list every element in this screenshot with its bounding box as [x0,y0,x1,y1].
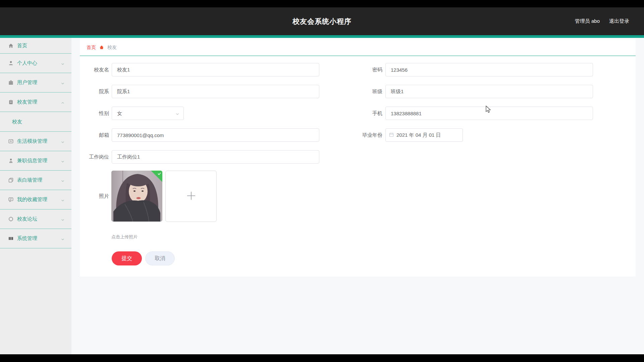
sidebar-item-alumni-management[interactable]: 校友管理 [0,93,71,112]
sidebar-item-alumni[interactable]: 校友 [0,112,71,132]
job-label: 工作岗位 [80,150,109,164]
graduation-date-picker[interactable]: 2021 年 04 月 01 日 [385,128,463,142]
department-input[interactable] [112,85,319,98]
submit-button[interactable]: 提交 [112,251,142,265]
sidebar-item-label: 生活模块管理 [17,138,47,144]
graduation-date-value: 2021 年 04 月 01 日 [396,132,441,138]
sidebar-item-home[interactable]: 首页 [0,38,71,54]
compass-icon [8,216,14,222]
breadcrumb-current: 校友 [107,45,117,51]
chat-icon [8,197,14,202]
password-input[interactable] [385,63,593,76]
select-arrow-icon [175,111,179,115]
gender-select-value: 女 [117,110,122,117]
chevron-down-icon [61,139,65,143]
bag-icon [99,45,104,50]
graduation-year-label: 毕业年份 [335,128,382,142]
mouse-cursor [486,106,493,114]
alumni-name-label: 校友名 [80,63,109,76]
phone-label: 手机 [335,107,382,120]
sidebar-item-alumni-forum[interactable]: 校友论坛 [0,209,71,229]
content-card: 首页 校友 校友名 密码 院系 班级 性别 女 手机 邮箱 毕业年份 2021 … [80,39,636,277]
logout-button[interactable]: 退出登录 [609,18,629,24]
admin-user-label: 管理员 abo [575,18,600,24]
briefcase-icon [8,80,14,85]
class-input[interactable] [385,85,593,98]
clipboard-icon [8,99,14,105]
sidebar-item-label: 用户管理 [17,79,37,86]
chevron-down-icon [61,178,65,182]
sidebar-item-label: 我的收藏管理 [17,196,47,203]
sidebar-item-label: 系统管理 [17,235,37,242]
gender-select[interactable]: 女 [112,107,184,120]
job-input[interactable] [112,150,319,164]
bottom-black-strip [0,354,644,362]
chevron-down-icon [61,159,65,163]
person-stamp-icon [8,158,14,164]
page-title: 校友会系统小程序 [0,7,644,35]
system-icon [8,236,14,241]
top-black-strip [0,0,644,7]
chevron-down-icon [61,237,65,241]
chevron-up-icon [61,100,65,104]
sidebar-item-label: 表白墙管理 [17,177,42,183]
app-header: 校友会系统小程序 管理员 abo 退出登录 [0,7,644,35]
sidebar-item-label: 校友 [12,119,22,125]
breadcrumb: 首页 校友 [87,45,117,51]
sidebar-item-label: 校友管理 [17,99,37,105]
sidebar-item-label: 个人中心 [17,60,37,66]
chevron-down-icon [61,217,65,221]
user-icon [8,60,14,66]
password-label: 密码 [335,63,382,76]
sidebar-item-my-favorites-management[interactable]: 我的收藏管理 [0,190,71,209]
photo-label: 照片 [80,189,109,203]
breadcrumb-home-link[interactable]: 首页 [87,45,96,51]
photo-upload-button[interactable] [165,171,217,222]
sidebar-item-confession-wall-management[interactable]: 表白墙管理 [0,171,71,190]
sidebar-item-label: 首页 [17,43,27,49]
cancel-button[interactable]: 取消 [145,251,175,265]
copy-icon [8,177,14,183]
plus-icon [186,190,197,202]
alumni-photo[interactable] [111,171,162,222]
sidebar-item-label: 兼职信息管理 [17,158,47,164]
class-label: 班级 [335,85,382,98]
email-input[interactable] [112,128,319,142]
card-icon [8,138,14,144]
sidebar-item-parttime-info-management[interactable]: 兼职信息管理 [0,151,71,171]
sidebar-item-system-management[interactable]: 系统管理 [0,229,71,248]
chevron-down-icon [61,81,65,85]
department-label: 院系 [80,85,109,98]
home-icon [8,43,14,49]
breadcrumb-divider [80,56,636,56]
chevron-down-icon [61,198,65,202]
gender-label: 性别 [80,107,109,120]
accent-bar [0,35,644,38]
alumni-name-input[interactable] [112,63,319,76]
chevron-down-icon [61,61,65,65]
upload-tip-text: 点击上传照片 [111,234,138,240]
sidebar-item-label: 校友论坛 [17,216,37,222]
sidebar-item-user-management[interactable]: 用户管理 [0,73,71,93]
sidebar-menu: 首页 个人中心 用户管理 校友管理 校友 生活模块管 [0,38,71,354]
email-label: 邮箱 [80,128,109,142]
calendar-icon [389,132,394,138]
sidebar-item-personal-center[interactable]: 个人中心 [0,54,71,73]
sidebar-item-life-module-management[interactable]: 生活模块管理 [0,132,71,151]
